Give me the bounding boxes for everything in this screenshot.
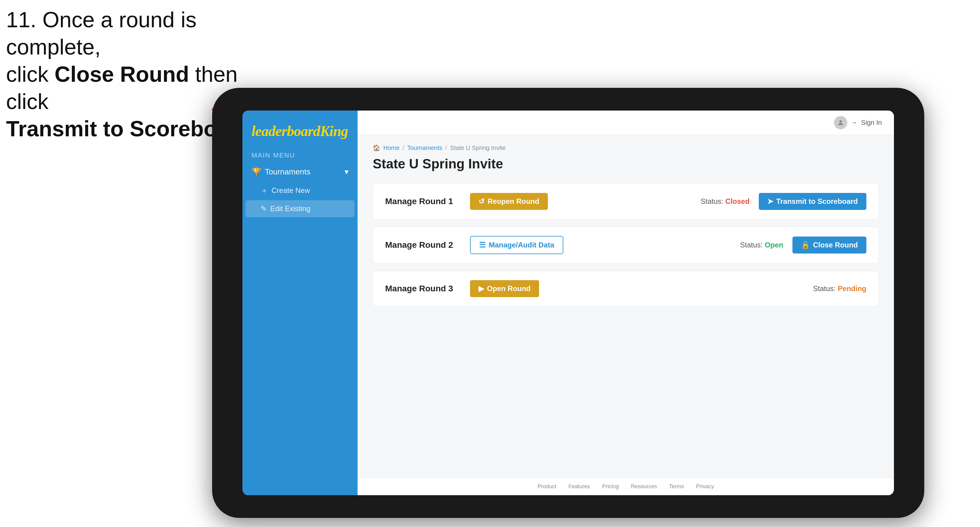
chevron-down-icon: ▾: [345, 167, 348, 176]
breadcrumb: 🏠 Home / Tournaments / State U Spring In…: [373, 144, 879, 151]
round-1-section: Manage Round 1 ↺ Reopen Round Status: Cl…: [373, 184, 879, 219]
main-content: → Sign In 🏠 Home / Tournaments / State U…: [358, 111, 894, 495]
round-3-status: Status: Pending: [813, 284, 866, 293]
top-nav: → Sign In: [358, 111, 894, 135]
main-menu-label: MAIN MENU: [242, 148, 358, 162]
manage-audit-label: Manage/Audit Data: [489, 241, 554, 249]
instruction-line1: 11. Once a round is complete,: [6, 6, 279, 60]
app-footer: Product Features Pricing Resources Terms…: [358, 478, 894, 495]
edit-icon: ✎: [261, 205, 267, 213]
reopen-round-button[interactable]: ↺ Reopen Round: [470, 193, 548, 210]
user-avatar: [834, 116, 847, 129]
round-3-section: Manage Round 3 ▶ Open Round Status: Pend…: [373, 271, 879, 306]
trophy-icon: 🏆: [251, 167, 261, 176]
round-3-status-value: Pending: [838, 284, 866, 292]
transmit-scoreboard-label: Transmit to Scoreboard: [776, 197, 858, 206]
round-3-title: Manage Round 3: [385, 284, 461, 294]
sidebar-item-edit-existing[interactable]: ✎ Edit Existing: [245, 200, 355, 217]
footer-terms[interactable]: Terms: [669, 483, 684, 490]
transmit-icon: ➤: [767, 197, 773, 206]
home-icon: 🏠: [373, 144, 380, 151]
round-1-title: Manage Round 1: [385, 197, 461, 206]
open-icon: ▶: [479, 284, 484, 293]
round-2-title: Manage Round 2: [385, 240, 461, 250]
sidebar-item-tournaments[interactable]: 🏆 Tournaments ▾: [242, 162, 358, 181]
close-icon: 🔒: [801, 241, 810, 249]
plus-icon: ＋: [261, 186, 268, 195]
footer-pricing[interactable]: Pricing: [602, 483, 619, 490]
round-1-status: Status: Closed: [701, 197, 749, 206]
transmit-scoreboard-button[interactable]: ➤ Transmit to Scoreboard: [759, 193, 866, 210]
breadcrumb-home[interactable]: Home: [383, 144, 399, 151]
open-round-button[interactable]: ▶ Open Round: [470, 280, 539, 297]
open-round-label: Open Round: [487, 284, 531, 293]
sidebar: leaderboardKing MAIN MENU 🏆 Tournaments …: [242, 111, 358, 495]
logo-area: leaderboardKing: [242, 117, 358, 148]
close-round-label: Close Round: [813, 241, 858, 249]
edit-existing-label: Edit Existing: [270, 205, 310, 213]
create-new-label: Create New: [272, 186, 310, 195]
sign-in-label: Sign In: [861, 119, 882, 127]
page-content: 🏠 Home / Tournaments / State U Spring In…: [358, 135, 894, 478]
arrow-right-icon: →: [851, 119, 858, 127]
audit-icon: ☰: [479, 241, 486, 249]
logo: leaderboardKing: [251, 123, 348, 139]
close-round-button[interactable]: 🔒 Close Round: [792, 237, 866, 254]
manage-audit-button[interactable]: ☰ Manage/Audit Data: [470, 236, 563, 254]
round-2-status: Status: Open: [740, 241, 783, 249]
breadcrumb-current: State U Spring Invite: [450, 144, 506, 151]
breadcrumb-tournaments[interactable]: Tournaments: [407, 144, 442, 151]
page-title: State U Spring Invite: [373, 156, 879, 171]
tablet-device: leaderboardKing MAIN MENU 🏆 Tournaments …: [212, 88, 924, 518]
sidebar-item-create-new[interactable]: ＋ Create New: [242, 181, 358, 200]
tournaments-label: Tournaments: [265, 167, 310, 176]
reopen-round-label: Reopen Round: [488, 197, 539, 206]
round-2-section: Manage Round 2 ☰ Manage/Audit Data Statu…: [373, 227, 879, 264]
app-layout: leaderboardKing MAIN MENU 🏆 Tournaments …: [242, 111, 894, 495]
tablet-screen: leaderboardKing MAIN MENU 🏆 Tournaments …: [242, 111, 894, 495]
round-2-status-value: Open: [765, 241, 783, 249]
footer-features[interactable]: Features: [568, 483, 590, 490]
footer-product[interactable]: Product: [538, 483, 556, 490]
sign-in-area[interactable]: → Sign In: [834, 116, 882, 129]
logo-styled: King: [320, 123, 348, 139]
footer-resources[interactable]: Resources: [631, 483, 657, 490]
reopen-icon: ↺: [479, 197, 485, 206]
round-1-status-value: Closed: [725, 197, 750, 205]
logo-regular: leaderboard: [251, 123, 320, 139]
footer-privacy[interactable]: Privacy: [696, 483, 714, 490]
svg-point-2: [839, 120, 842, 123]
